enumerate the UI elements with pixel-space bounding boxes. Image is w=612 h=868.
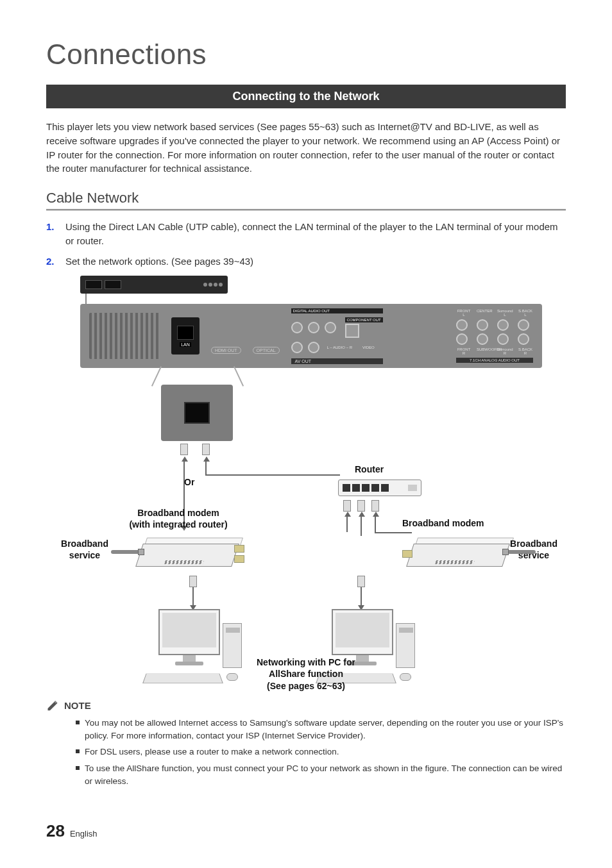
hdmi-out-label: HDMI OUT (211, 347, 241, 354)
network-diagram: LAN HDMI OUT OPTICAL DIGITAL AUDIO OUT C… (56, 276, 556, 692)
ch-label: Surround R (497, 347, 513, 355)
note-item: For DSL users, please use a router to ma… (76, 746, 566, 758)
subsection-heading: Cable Network (46, 190, 566, 209)
modem-plain-label: Broadband modem (402, 518, 492, 530)
broadband-service-left: Broadband service (56, 538, 114, 561)
broadband-cable-left (111, 547, 140, 558)
note-icon (46, 699, 59, 712)
ch-label: FRONT R (456, 347, 472, 355)
caption-line: Networking with PC for (257, 657, 355, 667)
note-label: NOTE (64, 700, 91, 711)
page-language: English (70, 829, 98, 839)
broadband-cable-right (506, 547, 536, 558)
ch-label: S.BACK L (518, 309, 533, 317)
or-label: Or (184, 477, 194, 488)
digital-audio-out-label: DIGITAL AUDIO OUT (291, 308, 383, 313)
modem-plain (410, 535, 506, 569)
player-back-panel: LAN HDMI OUT OPTICAL DIGITAL AUDIO OUT C… (80, 304, 542, 368)
intro-paragraph: This player lets you view network based … (46, 120, 566, 176)
ch-label: SUBWOOFER (477, 347, 492, 355)
video-label: VIDEO (362, 346, 375, 349)
step-text: Set the network options. (See pages 39~4… (65, 255, 253, 269)
audio-lr-label: L – AUDIO – R (327, 346, 352, 349)
router-label: Router (355, 464, 384, 476)
vent-grille (89, 313, 160, 359)
diagram-caption: Networking with PC for AllShare function… (56, 656, 556, 693)
lan-label: LAN (180, 342, 191, 347)
label-line: Broadband modem (137, 508, 219, 518)
optical-label: OPTICAL (253, 347, 280, 354)
page-title: Connections (46, 38, 566, 71)
note-item: To use the AllShare function, you must c… (76, 762, 566, 787)
label-line: Broadband (61, 538, 108, 549)
section-heading-bar: Connecting to the Network (46, 85, 566, 108)
step-number: 1. (46, 220, 58, 248)
modem-integrated-label: Broadband modem (with integrated router) (124, 508, 233, 530)
lan-port: LAN (171, 317, 200, 355)
label-line: service (69, 550, 100, 560)
step-number: 2. (46, 255, 58, 269)
av-out-label: AV OUT (291, 358, 383, 364)
ch-label: FRONT L (456, 309, 472, 317)
component-out-label: COMPONENT OUT (345, 317, 383, 322)
ch-label: CENTER (477, 309, 492, 317)
label-line: (with integrated router) (129, 519, 227, 530)
av-ports: DIGITAL AUDIO OUT COMPONENT OUT L – AUDI… (291, 308, 383, 364)
analog-out-label: 7.1CH ANALOG AUDIO OUT (456, 358, 533, 363)
caption-line: (See pages 62~63) (267, 681, 345, 691)
modem-integrated (139, 535, 235, 569)
router-device (338, 480, 421, 496)
ch-label: S.BACK R (518, 347, 533, 355)
note-item: You may not be allowed Internet access t… (76, 717, 566, 742)
caption-line: AllShare function (269, 669, 343, 679)
page-number: 28 (46, 821, 65, 841)
lan-port-zoom (161, 385, 233, 441)
ch-label: Surround L (497, 309, 513, 317)
step-text: Using the Direct LAN Cable (UTP cable), … (65, 220, 566, 248)
player-front-strip (80, 276, 228, 294)
step-item: 1. Using the Direct LAN Cable (UTP cable… (46, 220, 566, 248)
step-item: 2. Set the network options. (See pages 3… (46, 255, 566, 269)
subsection-underline (46, 209, 566, 211)
analog-audio-out: FRONT L CENTER Surround L S.BACK L FRONT… (456, 309, 533, 363)
